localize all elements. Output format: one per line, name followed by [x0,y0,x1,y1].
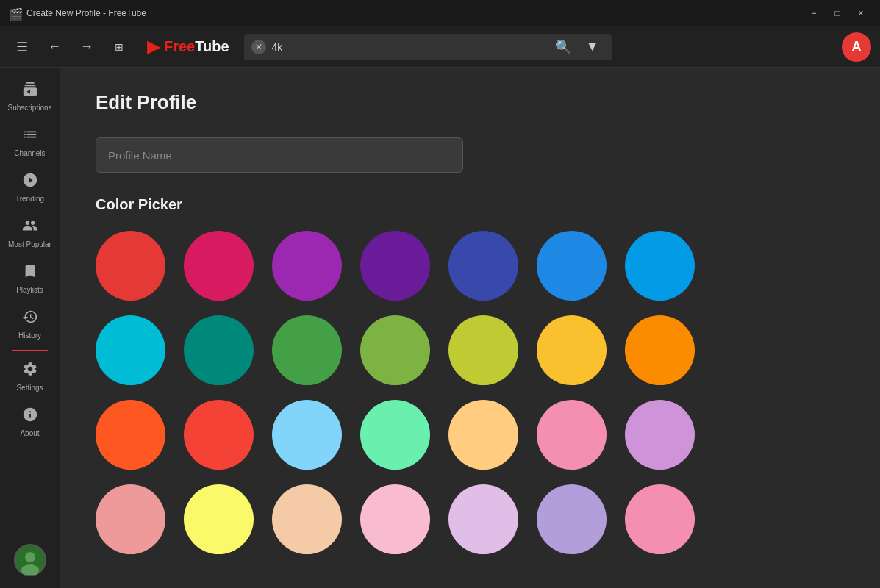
settings-label: Settings [16,384,43,392]
menu-icon: ☰ [16,39,28,55]
forward-button[interactable]: → [74,34,100,60]
color-circle-11[interactable] [448,315,518,385]
color-circle-18[interactable] [448,400,518,470]
playlists-icon [22,263,38,283]
sidebar-profile-picture[interactable] [14,544,46,576]
color-picker-label: Color Picker [96,196,845,213]
content-area: Edit Profile Color Picker [60,68,880,588]
color-circle-13[interactable] [625,315,695,385]
logo-icon: ▶ [147,37,160,57]
color-circle-15[interactable] [184,400,254,470]
filter-button[interactable]: ▼ [581,35,604,59]
channels-label: Channels [14,149,45,157]
filter-icon: ▼ [586,39,599,54]
trending-label: Trending [15,195,44,203]
settings-icon [22,361,38,381]
color-circle-8[interactable] [184,315,254,385]
close-button[interactable]: × [851,6,871,21]
profile-avatar[interactable]: A [842,32,871,62]
color-circle-20[interactable] [625,400,695,470]
copy-button[interactable]: ⊞ [106,34,132,60]
copy-icon: ⊞ [115,41,124,53]
profile-name-input[interactable] [96,137,463,173]
sidebar-item-settings[interactable]: Settings [0,354,60,399]
forward-icon: → [80,39,93,54]
color-circle-24[interactable] [360,484,430,554]
color-circle-16[interactable] [272,400,342,470]
color-circle-22[interactable] [184,484,254,554]
color-circle-27[interactable] [625,484,695,554]
search-icon: 🔍 [555,39,571,55]
sidebar-item-most-popular[interactable]: Most Popular [0,210,60,256]
color-circle-9[interactable] [272,315,342,385]
main-layout: Subscriptions Channels Trending Most Pop… [0,68,880,588]
back-button[interactable]: ← [41,34,68,60]
color-circle-23[interactable] [272,484,342,554]
channels-icon [22,126,38,146]
page-title: Edit Profile [96,91,845,114]
search-clear-button[interactable]: ✕ [251,40,266,54]
app-icon: 🎬 [9,7,21,19]
sidebar-item-channels[interactable]: Channels [0,119,60,165]
about-icon [22,406,38,426]
color-circle-10[interactable] [360,315,430,385]
minimize-button[interactable]: − [804,6,824,21]
color-circle-0[interactable] [96,231,165,301]
back-icon: ← [48,39,61,54]
menu-button[interactable]: ☰ [9,34,35,60]
color-circle-3[interactable] [360,231,430,301]
sidebar-item-history[interactable]: History [0,301,60,347]
color-circle-12[interactable] [537,315,607,385]
titlebar: 🎬 Create New Profile - FreeTube − □ × [0,0,880,26]
color-circle-26[interactable] [537,484,607,554]
about-label: About [20,429,39,437]
playlists-label: Playlists [16,286,43,294]
logo: ▶ FreeTube [147,37,229,57]
window-controls: − □ × [804,6,871,21]
sidebar: Subscriptions Channels Trending Most Pop… [0,68,60,588]
color-circle-25[interactable] [448,484,518,554]
search-bar: ✕ 4k 🔍 ▼ [244,34,612,60]
trending-icon [22,172,38,192]
toolbar: ☰ ← → ⊞ ▶ FreeTube ✕ 4k 🔍 ▼ A [0,26,880,68]
search-value: 4k [272,41,545,53]
color-circle-2[interactable] [272,231,342,301]
most-popular-label: Most Popular [8,240,51,248]
color-circle-19[interactable] [537,400,607,470]
sidebar-item-subscriptions[interactable]: Subscriptions [0,74,60,119]
color-circle-4[interactable] [448,231,518,301]
sidebar-item-about[interactable]: About [0,399,60,445]
sidebar-item-trending[interactable]: Trending [0,165,60,210]
color-circle-14[interactable] [96,400,165,470]
subscriptions-label: Subscriptions [7,104,51,112]
maximize-button[interactable]: □ [827,6,848,21]
color-circle-5[interactable] [537,231,607,301]
svg-point-1 [25,552,35,562]
color-grid [96,231,845,554]
color-circle-6[interactable] [625,231,695,301]
subscriptions-icon [22,81,38,101]
color-circle-17[interactable] [360,400,430,470]
most-popular-icon [22,218,38,237]
search-button[interactable]: 🔍 [551,35,575,59]
color-circle-1[interactable] [184,231,254,301]
history-label: History [18,331,41,340]
color-circle-7[interactable] [96,315,165,385]
sidebar-divider [12,350,48,351]
window-title: Create New Profile - FreeTube [26,8,798,18]
logo-text: FreeTube [164,38,229,55]
color-circle-21[interactable] [96,484,165,554]
history-icon [22,309,38,329]
sidebar-item-playlists[interactable]: Playlists [0,256,60,301]
